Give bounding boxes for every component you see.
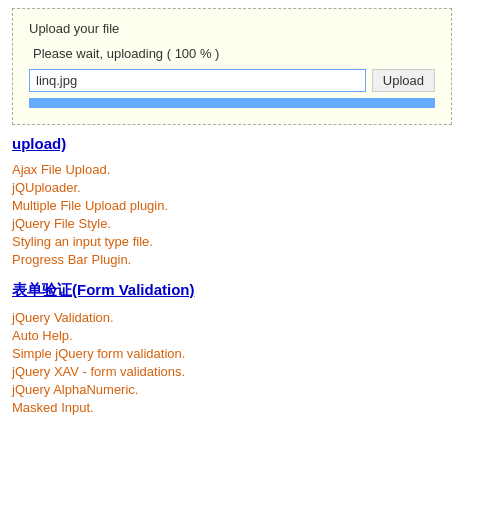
- progress-bar: [29, 98, 435, 108]
- form-validation-heading-cn: 表单验证: [12, 281, 72, 298]
- upload-section-heading[interactable]: upload): [12, 135, 488, 152]
- upload-box-title: Upload your file: [29, 21, 435, 36]
- link-auto-help[interactable]: Auto Help.: [12, 328, 488, 343]
- link-styling-input[interactable]: Styling an input type file.: [12, 234, 488, 249]
- upload-row: Upload: [29, 69, 435, 92]
- upload-button[interactable]: Upload: [372, 69, 435, 92]
- link-masked-input[interactable]: Masked Input.: [12, 400, 488, 415]
- link-jquery-alphanumeric[interactable]: jQuery AlphaNumeric.: [12, 382, 488, 397]
- link-jquery-xav[interactable]: jQuery XAV - form validations.: [12, 364, 488, 379]
- link-jquery-file-style[interactable]: jQuery File Style.: [12, 216, 488, 231]
- link-jquploader[interactable]: jQUploader.: [12, 180, 488, 195]
- link-progress-bar-plugin[interactable]: Progress Bar Plugin.: [12, 252, 488, 267]
- form-validation-heading: 表单验证(Form Validation): [12, 281, 488, 300]
- upload-section: upload) Ajax File Upload. jQUploader. Mu…: [12, 135, 488, 267]
- upload-status: Please wait, uploading ( 100 % ): [29, 46, 435, 61]
- link-multiple-file-upload[interactable]: Multiple File Upload plugin.: [12, 198, 488, 213]
- form-validation-section: 表单验证(Form Validation) jQuery Validation.…: [12, 281, 488, 415]
- upload-links-list: Ajax File Upload. jQUploader. Multiple F…: [12, 162, 488, 267]
- form-validation-links-list: jQuery Validation. Auto Help. Simple jQu…: [12, 310, 488, 415]
- file-input-display[interactable]: [29, 69, 366, 92]
- upload-box: Upload your file Please wait, uploading …: [12, 8, 452, 125]
- link-jquery-validation[interactable]: jQuery Validation.: [12, 310, 488, 325]
- form-validation-heading-en: (Form Validation): [72, 281, 195, 298]
- link-simple-jquery-form-validation[interactable]: Simple jQuery form validation.: [12, 346, 488, 361]
- link-ajax-file-upload[interactable]: Ajax File Upload.: [12, 162, 488, 177]
